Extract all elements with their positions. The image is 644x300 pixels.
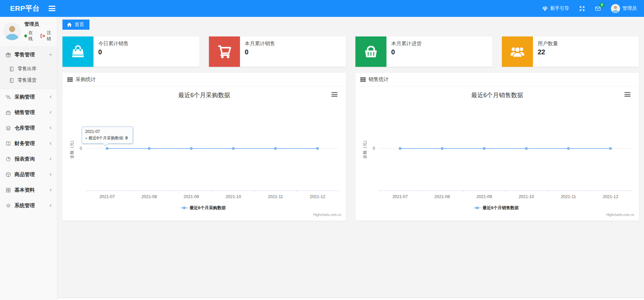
svg-text:2021-08: 2021-08 xyxy=(141,194,157,199)
svg-text:2021-10: 2021-10 xyxy=(225,194,241,199)
svg-text:2021-09: 2021-09 xyxy=(184,194,199,199)
purchase-chart: 最近6个月采购数据金额（元）02021-072021-082021-092021… xyxy=(62,86,346,221)
stat-card-label: 本月累计进货 xyxy=(391,40,422,47)
stat-card-user-count: 用户数量 22 xyxy=(502,36,639,67)
chevron-left-icon xyxy=(48,188,53,192)
panel-title: 采购统计 xyxy=(76,76,96,83)
chevron-left-icon xyxy=(48,110,53,115)
stat-cards-row: 今日累计销售 0 本月累计销售 0 xyxy=(62,36,639,67)
stat-card-month-purchase: 本月累计进货 0 xyxy=(355,36,492,67)
fullscreen-button[interactable] xyxy=(579,6,585,11)
sidebar-item-label: 零售管理 xyxy=(15,52,45,58)
stat-card-label: 今日累计销售 xyxy=(98,40,129,47)
sidebar-item-label: 采购管理 xyxy=(15,94,45,100)
stat-card-label: 本月累计销售 xyxy=(245,40,275,47)
chevron-down-icon xyxy=(48,52,53,57)
chart-credit[interactable]: Highcharts.com.cn xyxy=(313,213,341,217)
chart-credit[interactable]: Highcharts.com.cn xyxy=(606,213,634,217)
sidebar-item-products[interactable]: 商品管理 xyxy=(0,167,57,182)
svg-text:最近6个月采购数据: 最近6个月采购数据 xyxy=(189,206,226,210)
svg-text:2021-09: 2021-09 xyxy=(477,194,492,199)
sidebar-item-retail-return[interactable]: 零售退货 xyxy=(0,75,57,86)
brand-logo[interactable]: ERP平台 xyxy=(0,4,46,13)
sidebar-item-label: 仓库管理 xyxy=(15,125,45,131)
svg-text:0: 0 xyxy=(80,146,82,151)
line-chart: 最近6个月销售数据金额（元）02021-072021-082021-092021… xyxy=(355,86,639,221)
svg-text:最近6个月销售数据: 最近6个月销售数据 xyxy=(482,206,519,210)
sidebar-item-label: 商品管理 xyxy=(15,171,45,178)
tooltip-category: 2021-07 xyxy=(85,129,130,134)
stat-card-label: 用户数量 xyxy=(538,40,558,47)
sidebar-item-purchase[interactable]: 采购管理 xyxy=(0,89,57,105)
stat-card-value: 0 xyxy=(391,48,422,56)
sidebar-menu: 零售管理 零售出库 零售退货 采购管理 xyxy=(0,47,57,213)
chevron-left-icon xyxy=(48,157,53,161)
sidebar-item-label: 报表查询 xyxy=(15,156,45,162)
pie-chart-icon xyxy=(5,156,11,162)
gem-icon xyxy=(542,6,548,11)
sales-stats-panel: 销售统计 最近6个月销售数据金额（元）02021-072021-082021-0… xyxy=(355,73,639,221)
top-navbar: ERP平台 新手引导 0 管理员 xyxy=(0,0,644,17)
line-chart: 最近6个月采购数据金额（元）02021-072021-082021-092021… xyxy=(62,86,346,221)
avatar xyxy=(3,23,21,40)
chart-export-menu-button[interactable] xyxy=(624,92,631,97)
breadcrumb-home-tab[interactable]: 首页 xyxy=(62,20,89,30)
logout-link[interactable]: 注销 xyxy=(40,30,54,42)
svg-text:2021-11: 2021-11 xyxy=(561,194,576,199)
logout-label: 注销 xyxy=(47,30,54,42)
gear-icon xyxy=(5,203,11,209)
chevron-left-icon xyxy=(48,141,53,146)
th-grid-icon xyxy=(67,77,73,82)
submenu-item-label: 零售退货 xyxy=(18,77,36,83)
stat-card-value: 22 xyxy=(538,48,558,56)
message-count-badge: 0 xyxy=(599,3,605,7)
th-grid-icon xyxy=(360,77,366,82)
home-icon xyxy=(66,22,72,28)
repeat-icon xyxy=(5,94,11,100)
sidebar-item-retail[interactable]: 零售管理 xyxy=(0,47,57,62)
sidebar-item-finance[interactable]: 财务管理 xyxy=(0,136,57,151)
legend-item[interactable]: 最近6个月销售数据 xyxy=(474,206,519,210)
package-icon xyxy=(5,172,11,178)
shopping-cart-icon xyxy=(217,44,232,59)
stat-card-value: 0 xyxy=(245,48,275,56)
sidebar-toggle-icon[interactable] xyxy=(49,6,55,11)
book-open-icon xyxy=(5,141,11,146)
sidebar-item-system[interactable]: 系统管理 xyxy=(0,198,57,213)
guide-button[interactable]: 新手引导 xyxy=(542,5,569,11)
svg-text:2021-07: 2021-07 xyxy=(99,194,115,199)
layers-icon xyxy=(5,125,11,131)
sidebar-user-panel: 管理员 在线 注销 xyxy=(0,17,57,47)
gift-icon xyxy=(5,52,11,58)
sidebar: 管理员 在线 注销 零售管理 xyxy=(0,17,57,300)
navbar-username: 管理员 xyxy=(622,5,637,11)
chevron-left-icon xyxy=(48,94,53,99)
footer xyxy=(57,298,644,300)
avatar xyxy=(611,4,620,13)
chevron-left-icon xyxy=(48,126,53,130)
svg-text:2021-12: 2021-12 xyxy=(603,194,618,199)
sidebar-item-sales[interactable]: 销售管理 xyxy=(0,105,57,120)
chart-export-menu-button[interactable] xyxy=(331,92,338,97)
sidebar-item-label: 基本资料 xyxy=(15,187,45,193)
purchase-stats-panel: 采购统计 最近6个月采购数据金额（元）02021-072021-082021-0… xyxy=(62,73,346,221)
panel-title: 销售统计 xyxy=(369,76,389,83)
stat-card-month-sales: 本月累计销售 0 xyxy=(209,36,346,67)
grid-icon xyxy=(5,187,11,193)
breadcrumb-label: 首页 xyxy=(75,22,84,28)
submenu-item-label: 零售出库 xyxy=(18,66,36,72)
sidebar-item-warehouse[interactable]: 仓库管理 xyxy=(0,120,57,136)
legend-item[interactable]: 最近6个月采购数据 xyxy=(181,206,226,210)
briefcase-icon xyxy=(5,110,11,115)
sales-chart: 最近6个月销售数据金额（元）02021-072021-082021-092021… xyxy=(355,86,639,221)
sidebar-item-reports[interactable]: 报表查询 xyxy=(0,151,57,167)
fullscreen-icon xyxy=(579,6,585,11)
sidebar-item-retail-outbound[interactable]: 零售出库 xyxy=(0,63,57,75)
tooltip-value: 0 xyxy=(125,136,128,140)
navbar-user-menu[interactable]: 管理员 xyxy=(611,4,637,13)
svg-text:最近6个月采购数据: 最近6个月采购数据 xyxy=(178,92,230,99)
messages-button[interactable]: 0 xyxy=(595,6,601,11)
svg-text:金额（元）: 金额（元） xyxy=(70,138,74,159)
sidebar-item-basic-data[interactable]: 基本资料 xyxy=(0,182,57,198)
svg-text:2021-12: 2021-12 xyxy=(310,194,325,199)
